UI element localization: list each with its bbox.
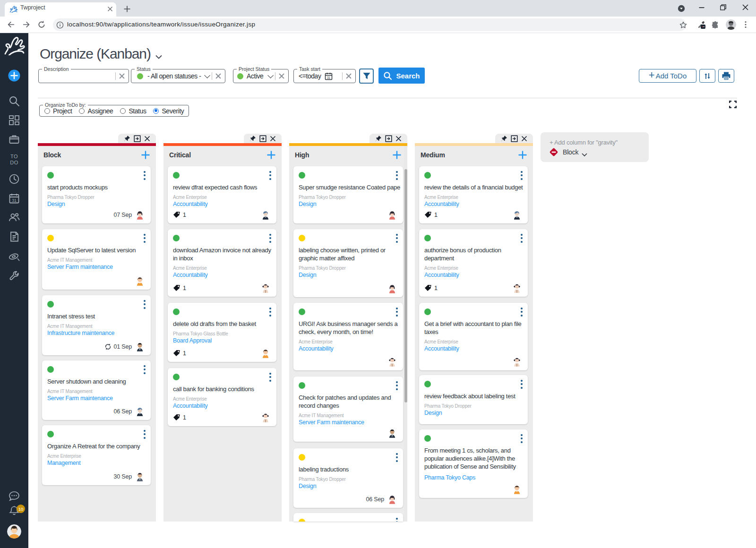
svg-text:31: 31	[327, 76, 331, 79]
svg-text:31: 31	[12, 198, 17, 203]
